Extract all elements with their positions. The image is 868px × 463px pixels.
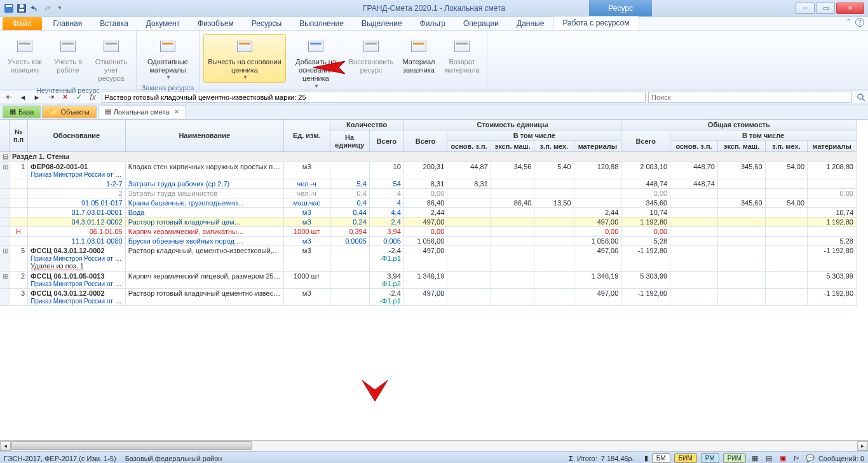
cancel-icon[interactable]: ✕ [58,92,71,103]
svg-rect-4 [20,4,24,8]
status-icon-3[interactable]: ▣ [778,453,788,464]
table-row[interactable]: Н06.1.01.05Кирпич керамический, силикатн… [0,227,857,237]
btn-subtract-by-pricelist[interactable]: Вычесть на основании ценника▼ [203,34,286,83]
save-icon[interactable] [17,3,27,13]
col-obosn[interactable]: Обоснование [28,120,126,152]
messages-icon[interactable]: 💬 [806,454,815,462]
flag-icon: ▮ [644,454,648,462]
tab-file[interactable]: Файл [3,17,42,30]
col-sted[interactable]: Стоимость единицы [403,120,621,130]
table-row[interactable]: ⊞ 5 ФССЦ 04.3.01.12-0002Приказ Минстроя … [0,246,857,272]
tab-physvolume[interactable]: Физобъем [189,17,243,30]
status-icon-2[interactable]: ▤ [764,453,774,464]
ribbon-minimize-icon[interactable]: ⌃ [846,18,851,27]
ribbon-group-unaccounted: Учесть как позицию Учесть в работе Отмен… [0,31,137,90]
tab-base[interactable]: ▦База [3,106,41,118]
ribbon-group-operations: Вычесть на основании ценника▼ Добавить н… [200,31,487,90]
close-button[interactable]: ✕ [836,3,864,14]
btn-account-as-position[interactable]: Учесть как позицию [4,34,46,76]
search-input[interactable] [648,92,851,103]
btn-add-by-pricelist[interactable]: Добавить на основании ценника▼ [287,34,344,91]
btn-cancel-accounting[interactable]: Отменить учет ресурса [90,34,132,85]
table-row-highlighted[interactable]: 04.3.01.12-0002Раствор готовый кладочный… [0,218,857,227]
nav-prev-icon[interactable]: ◄ [17,92,29,103]
table-row[interactable]: 01.7.03.01-0001Водам30,444,42,442,4410,7… [0,208,857,218]
btn-account-in-work[interactable]: Учесть в работе [47,34,89,76]
db-icon: ▦ [10,107,16,116]
formula-input[interactable] [102,92,646,103]
col-kol[interactable]: Количество [330,120,403,130]
tab-objects[interactable]: 📁Объекты [42,106,96,118]
badge-bm[interactable]: БМ [652,453,670,463]
col-naim[interactable]: Наименование [125,120,283,152]
status-flag-icon[interactable]: 🏳 [792,453,802,464]
nav-last-icon[interactable]: ⇥ [44,92,57,103]
scroll-right-icon[interactable]: ► [857,441,868,451]
help-icon[interactable]: ? [855,18,864,27]
ribbon-group-replace: Однотипные материалы▼ Замена ресурса [137,31,200,90]
scroll-left-icon[interactable]: ◄ [0,441,11,451]
tab-selection[interactable]: Выделение [353,17,411,30]
status-bar: ГЭСН-2017, ФЕР-2017 (с Изм. 1-5) Базовый… [0,451,868,463]
doc-icon: ▤ [105,107,111,116]
table-row[interactable]: 1-2-7Затраты труда рабочих (ср 2,7)чел.-… [0,179,857,189]
table-row[interactable]: 91.05.01-017Краны башенные, грузоподъемн… [0,198,857,208]
svg-rect-3 [19,9,24,11]
tab-execution[interactable]: Выполнение [290,17,353,30]
annotation-arrow2-icon [359,377,391,406]
tab-document[interactable]: Документ [137,17,189,30]
messages-label[interactable]: Сообщений: 0 [818,455,864,462]
col-obst[interactable]: Общая стоимость [621,120,857,130]
btn-customer-material[interactable]: Материал заказчика [398,34,440,76]
tab-local-estimate[interactable]: ▤Локальная смета✕ [98,106,187,118]
nav-next-icon[interactable]: ► [31,92,43,103]
search-go-icon[interactable] [854,92,868,103]
tab-filter[interactable]: Фильтр [411,17,454,30]
tab-resource-work[interactable]: Работа с ресурсом [553,16,639,30]
tab-operations[interactable]: Операции [454,17,508,30]
col-ed[interactable]: Ед. изм. [283,120,330,152]
svg-point-5 [858,94,863,99]
window-title: ГРАНД-Смета 2020.1 - Локальная смета [363,4,505,13]
title-bar: ▼ ГРАНД-Смета 2020.1 - Локальная смета Р… [0,0,868,17]
table-row[interactable]: 11.1.03.01-0080Бруски обрезные хвойных п… [0,237,857,246]
tab-data[interactable]: Данные [508,17,553,30]
status-region: Базовый федеральный район [125,455,222,462]
scroll-track[interactable] [11,441,857,451]
redo-icon[interactable] [42,3,52,13]
document-tabs: ▦База 📁Объекты ▤Локальная смета✕ [0,104,868,120]
minimize-button[interactable]: ─ [796,3,815,14]
badge-rm[interactable]: РМ [701,453,719,463]
btn-restore-resource[interactable]: Восстановить ресурс [346,34,397,76]
btn-return-material[interactable]: Возврат материала [441,34,483,76]
table-row[interactable]: 2Затраты труда машинистовчел.-ч0,440,000… [0,189,857,198]
fx-icon[interactable]: fx [86,92,99,103]
badge-bim[interactable]: БИМ [674,453,697,463]
btn-similar-materials[interactable]: Однотипные материалы▼ [140,34,195,83]
table-row[interactable]: ⊞⊟ 1 ФЕР08-02-001-01Приказ Минстроя Росс… [0,162,857,179]
tab-resources[interactable]: Ресурсы [243,17,290,30]
contextual-tab-label: Ресурс [589,0,652,17]
qat-dropdown-icon[interactable]: ▼ [55,3,65,13]
tab-main[interactable]: Главная [44,17,92,30]
table-row[interactable]: 3 ФССЦ 04.3.01.12-0002Приказ Минстроя Ро… [0,289,857,306]
accept-icon[interactable]: ✓ [72,92,85,103]
svg-rect-1 [6,5,12,7]
undo-icon[interactable] [29,3,39,13]
tab-close-icon[interactable]: ✕ [174,108,179,115]
badge-rim[interactable]: РИМ [723,453,746,463]
nav-first-icon[interactable]: ⇤ [3,92,15,103]
horizontal-scrollbar[interactable]: ◄ ► [0,440,868,451]
maximize-button[interactable]: ▭ [816,3,835,14]
estimate-grid[interactable]: № п.п Обоснование Наименование Ед. изм. … [0,120,857,306]
scroll-thumb[interactable] [11,441,252,450]
section-row[interactable]: ⊟Раздел 1. Стены [0,152,857,162]
col-npp[interactable]: № п.п [10,120,28,152]
table-row[interactable]: ⊞ 2 ФССЦ 06.1.01.05-0013Приказ Минстроя … [0,272,857,289]
grid-container: № п.п Обоснование Наименование Ед. изм. … [0,120,868,440]
formula-bar: ⇤ ◄ ► ⇥ ✕ ✓ fx [0,90,868,104]
ribbon-tab-strip: Файл Главная Вставка Документ Физобъем Р… [0,17,868,31]
quick-access-toolbar: ▼ [0,3,65,13]
status-icon-1[interactable]: ▦ [750,453,760,464]
tab-insert[interactable]: Вставка [91,17,137,30]
